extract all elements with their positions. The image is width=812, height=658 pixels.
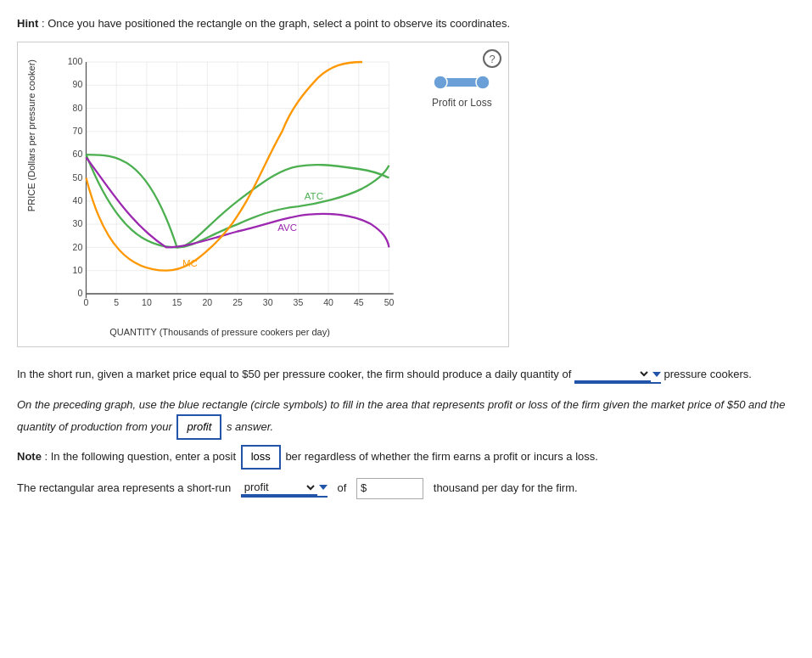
svg-text:5: 5	[114, 297, 119, 307]
svg-text:30: 30	[263, 297, 273, 307]
svg-text:35: 35	[294, 297, 304, 307]
quantity-dropdown[interactable]: 37,500 40,000 42,500	[574, 366, 651, 382]
dollar-sign: $	[361, 480, 367, 498]
svg-text:50: 50	[73, 172, 83, 183]
svg-text:100: 100	[68, 56, 83, 66]
svg-text:80: 80	[73, 103, 83, 113]
profit-popup[interactable]: profit	[176, 414, 221, 440]
y-axis-label: PRICE (Dollars per pressure cooker)	[26, 59, 36, 211]
svg-text:0: 0	[77, 288, 82, 298]
svg-text:20: 20	[202, 297, 212, 307]
profit-loss-arrow	[319, 485, 328, 490]
chart-area: 0 10 20 30 40 50 60 70 80 90 100 0 5 10	[42, 51, 398, 323]
quantity-dropdown-arrow	[652, 372, 661, 377]
svg-point-47	[434, 76, 447, 89]
question-section: In the short run, given a market price e…	[17, 366, 795, 499]
of-label: of	[337, 480, 346, 498]
svg-text:40: 40	[323, 297, 333, 307]
graph-panel: PRICE (Dollars per pressure cooker)	[17, 42, 509, 347]
svg-text:70: 70	[73, 126, 83, 136]
hint-label: Hint	[17, 17, 38, 30]
svg-text:60: 60	[73, 149, 83, 159]
x-axis-label: QUANTITY (Thousands of pressure cookers …	[42, 327, 398, 337]
profit-loss-icon	[432, 68, 491, 97]
svg-text:40: 40	[73, 195, 83, 205]
atc-label: ATC	[305, 191, 323, 201]
question1-before: In the short run, given a market price e…	[17, 366, 571, 384]
help-icon[interactable]: ?	[483, 49, 501, 68]
dollar-input-wrap: $	[356, 478, 423, 499]
svg-text:20: 20	[73, 242, 83, 252]
question1-after: pressure cookers.	[664, 366, 752, 384]
note-label: Note	[17, 450, 42, 463]
svg-text:15: 15	[172, 297, 182, 307]
svg-text:10: 10	[142, 297, 152, 307]
question2-text1: On the preceding graph, use the blue rec…	[17, 398, 785, 433]
chart-svg: 0 10 20 30 40 50 60 70 80 90 100 0 5 10	[42, 51, 398, 323]
svg-text:50: 50	[384, 297, 395, 307]
avc-label: AVC	[277, 223, 297, 233]
svg-text:30: 30	[73, 218, 83, 228]
question1-line: In the short run, given a market price e…	[17, 366, 795, 384]
mc-label: MC	[182, 259, 198, 269]
question2-para: On the preceding graph, use the blue rec…	[17, 396, 795, 440]
profit-loss-dropdown[interactable]: profit loss	[241, 480, 317, 496]
svg-text:45: 45	[354, 297, 364, 307]
loss-popup[interactable]: loss	[241, 445, 281, 470]
svg-point-48	[476, 76, 490, 89]
svg-text:90: 90	[73, 79, 83, 89]
legend-label: Profit or Loss	[432, 97, 492, 109]
amount-input[interactable]	[368, 482, 419, 495]
question2-text2: s answer.	[227, 420, 273, 433]
bottom-line: The rectangular area represents a short-…	[17, 478, 795, 499]
bottom-after: thousand per day for the firm.	[434, 480, 578, 498]
svg-text:10: 10	[73, 265, 83, 275]
svg-text:0: 0	[84, 297, 89, 307]
bottom-before: The rectangular area represents a short-…	[17, 480, 231, 498]
note-text1: : In the following question, enter a pos…	[45, 450, 236, 463]
svg-text:25: 25	[232, 297, 243, 307]
hint-text: Hint : Once you have positioned the rect…	[17, 17, 795, 30]
note-text2: ber regardless of whether the firm earns…	[285, 450, 598, 463]
note-line: Note : In the following question, enter …	[17, 445, 795, 470]
legend-area: Profit or Loss	[398, 51, 492, 109]
